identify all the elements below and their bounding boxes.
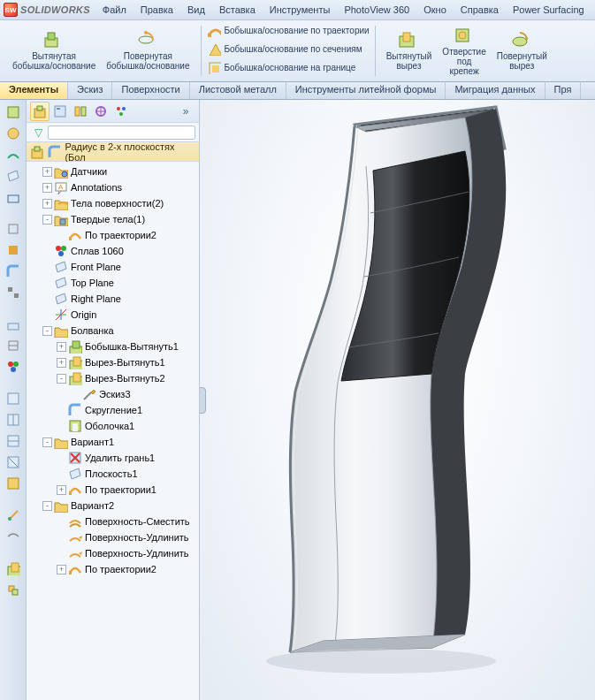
side-icon-9[interactable] — [4, 284, 22, 301]
side-icon-18[interactable] — [4, 506, 22, 524]
ribbon-extrude-button[interactable]: Вытянутаябобышка/основание — [7, 29, 101, 72]
tree-node-2[interactable]: +Тела поверхности(2) — [27, 195, 199, 211]
boundary-icon — [207, 60, 221, 74]
menu-photoview-360[interactable]: PhotoView 360 — [337, 2, 416, 18]
tree-node-21[interactable]: -Вариант2 — [27, 498, 199, 514]
panel-tab-5[interactable]: Миграция данных — [446, 82, 545, 99]
tree-node-24[interactable]: Поверхность-Удлинить — [27, 545, 199, 561]
tree-toggle[interactable]: + — [42, 183, 52, 193]
svg-rect-46 — [8, 478, 19, 489]
side-icon-12[interactable] — [4, 358, 22, 376]
tree-node-25[interactable]: +По траектории2 — [27, 561, 199, 577]
tree-node-23[interactable]: Поверхность-Удлинить — [27, 529, 199, 545]
tree-toggle — [57, 231, 66, 240]
tree-node-7[interactable]: Top Plane — [27, 275, 199, 291]
tree-toggle[interactable]: - — [42, 215, 52, 224]
tree-node-15[interactable]: Скругление1 — [27, 402, 199, 418]
side-icon-11[interactable] — [4, 337, 22, 354]
tree-node-18[interactable]: Удалить грань1 — [27, 450, 199, 466]
side-icon-15[interactable] — [4, 432, 22, 450]
side-icon-5[interactable] — [4, 188, 22, 206]
panel-tab-6[interactable]: Пря — [545, 82, 582, 99]
tree-toggle[interactable]: - — [57, 374, 66, 384]
panel-tab-1[interactable]: Эскиз — [68, 82, 112, 99]
ribbon-revolve-button[interactable]: Повернутаябобышка/основание — [101, 29, 195, 72]
menu-файл[interactable]: Файл — [95, 2, 133, 18]
tree-node-12[interactable]: +Вырез-Вытянуть1 — [27, 354, 199, 370]
tree-toggle[interactable]: + — [42, 167, 52, 177]
side-icon-2[interactable] — [4, 125, 22, 142]
menu-вид[interactable]: Вид — [180, 2, 212, 18]
tree-node-4[interactable]: По траектории2 — [27, 227, 199, 243]
ribbon-boundary-item[interactable]: Бобышка/основание на границе — [203, 59, 373, 75]
tree-node-9[interactable]: Origin — [27, 307, 199, 323]
feature-tree[interactable]: +Датчики+Annotations+Тела поверхности(2)… — [27, 162, 199, 700]
side-icon-8[interactable] — [4, 262, 22, 280]
ribbon-hole-button[interactable]: Отверстиеподкрепеж — [437, 25, 491, 78]
tree-toggle[interactable]: - — [42, 438, 52, 447]
side-icon-4[interactable] — [4, 167, 22, 185]
ribbon-revcut-button[interactable]: Повернутыйвырез — [492, 29, 553, 72]
tree-node-16[interactable]: Оболочка1 — [27, 418, 199, 434]
tree-node-0[interactable]: +Датчики — [27, 164, 199, 179]
tree-node-5[interactable]: Сплав 1060 — [27, 243, 199, 259]
tree-node-17[interactable]: -Вариант1 — [27, 434, 199, 450]
tree-filter-input[interactable] — [48, 126, 195, 140]
tree-node-19[interactable]: Плоскость1 — [27, 466, 199, 482]
menu-правка[interactable]: Правка — [133, 2, 180, 18]
tree-toggle[interactable]: + — [42, 199, 52, 209]
ribbon-loft-item[interactable]: Бобышка/основание по сечениям — [203, 41, 373, 57]
tree-node-22[interactable]: Поверхность-Сместить — [27, 514, 199, 529]
tree-toggle[interactable]: - — [42, 326, 52, 336]
side-icon-6[interactable] — [4, 220, 22, 238]
panel-tab-appearance[interactable] — [111, 102, 131, 121]
tree-toggle[interactable]: + — [57, 358, 66, 368]
panel-splitter-grip[interactable] — [200, 387, 206, 414]
menu-инструменты[interactable]: Инструменты — [263, 2, 338, 18]
panel-tab-3[interactable]: Листовой металл — [190, 82, 286, 99]
panel-tab-dim[interactable] — [91, 102, 111, 121]
panel-tab-4[interactable]: Инструменты литейной формы — [286, 82, 446, 99]
side-icon-17[interactable] — [4, 475, 22, 492]
3d-viewport[interactable] — [200, 100, 595, 700]
tree-toggle[interactable]: + — [57, 342, 66, 352]
panel-tab-config[interactable] — [71, 102, 90, 121]
menu-окно[interactable]: Окно — [416, 2, 454, 18]
side-icon-14[interactable] — [4, 411, 22, 429]
panel-tab-property[interactable] — [50, 102, 70, 121]
tree-node-13[interactable]: -Вырез-Вытянуть2 — [27, 370, 199, 386]
tree-node-8[interactable]: Right Plane — [27, 291, 199, 307]
side-icon-10[interactable] — [4, 316, 22, 333]
menu-power-surfacing[interactable]: Power Surfacing — [506, 2, 591, 18]
side-icon-3[interactable] — [4, 146, 22, 164]
fillet-icon — [68, 403, 82, 417]
ribbon-sweep-item[interactable]: Бобышка/основание по траектории — [203, 22, 373, 38]
panel-expand-icon[interactable]: » — [176, 102, 195, 121]
tree-node-3[interactable]: -Твердые тела(1) — [27, 211, 199, 227]
tree-node-10[interactable]: -Болванка — [27, 323, 199, 339]
menu-вставка[interactable]: Вставка — [212, 2, 263, 18]
panel-tab-2[interactable]: Поверхности — [112, 82, 189, 99]
panel-tab-feature-tree[interactable] — [30, 102, 50, 121]
menu-справка[interactable]: Справка — [454, 2, 506, 18]
tree-toggle[interactable]: + — [57, 485, 66, 495]
side-icon-20[interactable] — [4, 559, 22, 577]
side-icon-19[interactable] — [4, 528, 22, 545]
tree-node-6[interactable]: Front Plane — [27, 259, 199, 275]
side-icon-1[interactable] — [4, 103, 22, 121]
tree-node-1[interactable]: +Annotations — [27, 179, 199, 195]
tree-node-20[interactable]: +По траектории1 — [27, 482, 199, 498]
side-icon-16[interactable] — [4, 453, 22, 471]
tree-toggle[interactable]: + — [57, 565, 66, 574]
tree-node-14[interactable]: Эскиз3 — [27, 386, 199, 402]
tree-root-title[interactable]: Радиус в 2-х плоскостях (Бол — [27, 142, 199, 162]
svg-rect-37 — [8, 323, 19, 330]
side-icon-7[interactable] — [4, 241, 22, 259]
side-icon-21[interactable] — [4, 581, 22, 598]
panel-tab-0[interactable]: Элементы — [0, 82, 68, 99]
tree-toggle[interactable]: - — [42, 501, 52, 511]
tree-node-11[interactable]: +Бобышка-Вытянуть1 — [27, 339, 199, 354]
surf-offset-icon — [68, 514, 82, 529]
side-icon-13[interactable] — [4, 390, 22, 407]
ribbon-extcut-button[interactable]: Вытянутыйвырез — [381, 29, 438, 72]
